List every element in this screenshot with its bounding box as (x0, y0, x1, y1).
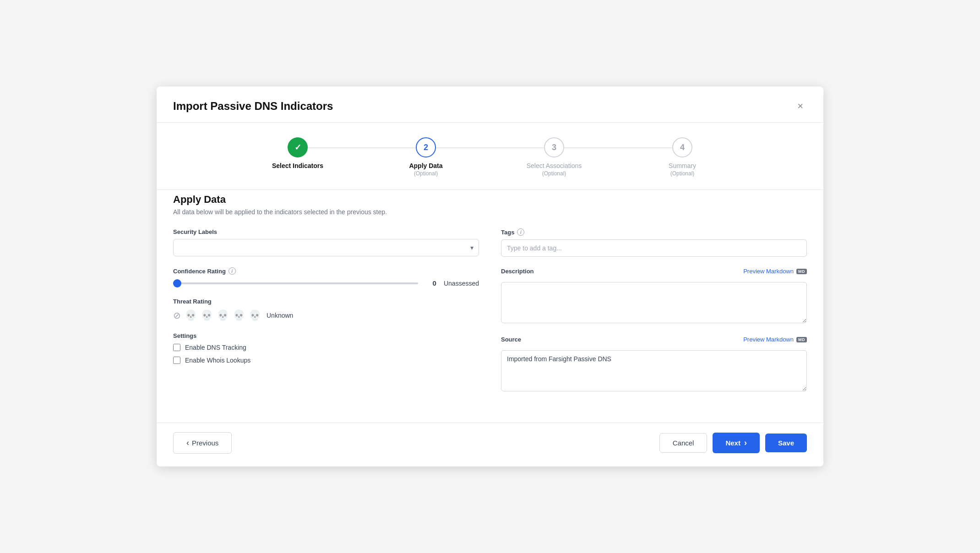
tags-label: Tags i (501, 228, 807, 236)
modal-footer: Previous Cancel Next Save (157, 423, 823, 466)
source-markdown-badge: MD (796, 337, 807, 342)
description-label: Description (501, 268, 534, 275)
step-sublabel-2: (Optional) (414, 170, 438, 177)
tags-info-icon[interactable]: i (517, 228, 524, 236)
step-label-1: Select Indicators (272, 162, 323, 169)
confidence-rating-label: Confidence Rating i (173, 267, 479, 275)
step-label-2: Apply Data (409, 162, 442, 169)
stepper: ✓ Select Indicators 2 Apply Data (Option… (157, 123, 823, 190)
left-column: Security Labels TLP:WHITE TLP:GREEN TLP:… (173, 228, 479, 404)
footer-right-actions: Cancel Next Save (659, 433, 807, 453)
whois-lookups-label: Enable Whois Lookups (185, 357, 250, 364)
previous-button[interactable]: Previous (173, 432, 232, 454)
modal-header: Import Passive DNS Indicators × (157, 87, 823, 122)
step-circle-3: 3 (544, 137, 564, 157)
form-grid: Security Labels TLP:WHITE TLP:GREEN TLP:… (173, 228, 807, 404)
tags-input[interactable] (501, 239, 807, 257)
skull-icon-1[interactable]: 💀 (185, 309, 197, 321)
threat-display-label: Unknown (267, 312, 293, 319)
section-title: Apply Data (173, 194, 807, 206)
step-summary: 4 Summary (Optional) (618, 137, 746, 177)
source-header: Source Preview Markdown MD (501, 336, 807, 343)
confidence-rating-field: Confidence Rating i 0 Unassessed (173, 267, 479, 287)
content-area: Apply Data All data below will be applie… (157, 190, 823, 423)
source-field: Source Preview Markdown MD Imported from… (501, 336, 807, 393)
skull-icon-5[interactable]: 💀 (249, 309, 261, 321)
step-label-4: Summary (669, 162, 696, 169)
confidence-display-label: Unassessed (444, 280, 479, 287)
step-circle-4: 4 (672, 137, 692, 157)
confidence-info-icon[interactable]: i (229, 267, 236, 275)
chevron-right-icon (744, 438, 747, 448)
description-textarea[interactable] (501, 282, 807, 323)
modal-title: Import Passive DNS Indicators (173, 100, 333, 113)
settings-field: Settings Enable DNS Tracking Enable Whoi… (173, 332, 479, 369)
threat-rating-field: Threat Rating ⊘ 💀 💀 💀 💀 💀 Unknown (173, 298, 479, 321)
cancel-button[interactable]: Cancel (659, 433, 708, 453)
confidence-slider[interactable] (173, 282, 418, 284)
step-select-associations: 3 Select Associations (Optional) (490, 137, 618, 177)
source-preview-markdown-button[interactable]: Preview Markdown MD (743, 336, 807, 343)
section-description: All data below will be applied to the in… (173, 208, 807, 216)
next-button[interactable]: Next (713, 433, 760, 453)
step-sublabel-3: (Optional) (542, 170, 566, 177)
description-preview-markdown-button[interactable]: Preview Markdown MD (743, 268, 807, 275)
source-textarea[interactable]: Imported from Farsight Passive DNS (501, 350, 807, 391)
step-circle-2: 2 (416, 137, 436, 157)
description-header: Description Preview Markdown MD (501, 268, 807, 275)
skull-icon-3[interactable]: 💀 (217, 309, 229, 321)
confidence-value: 0 (425, 279, 436, 287)
modal-container: Import Passive DNS Indicators × ✓ Select… (157, 87, 823, 466)
dns-tracking-checkbox[interactable] (173, 344, 180, 351)
chevron-left-icon (186, 438, 189, 448)
security-labels-field: TLP:WHITE TLP:GREEN TLP:AMBER TLP:RED ▾ (173, 239, 479, 256)
skull-icon-4[interactable]: 💀 (233, 309, 245, 321)
slider-row: 0 Unassessed (173, 279, 479, 287)
threat-rating-label: Threat Rating (173, 298, 479, 305)
tags-field: Tags i (501, 228, 807, 257)
save-button[interactable]: Save (765, 434, 807, 452)
right-column: Tags i Description Preview Markdown MD (501, 228, 807, 404)
whois-lookups-checkbox[interactable] (173, 357, 180, 364)
step-label-3: Select Associations (527, 162, 582, 169)
step-select-indicators: ✓ Select Indicators (234, 137, 362, 169)
skull-icon-2[interactable]: 💀 (201, 309, 213, 321)
security-labels-select[interactable]: TLP:WHITE TLP:GREEN TLP:AMBER TLP:RED (173, 239, 479, 256)
description-field: Description Preview Markdown MD (501, 268, 807, 325)
dns-tracking-row: Enable DNS Tracking (173, 344, 479, 351)
whois-lookups-row: Enable Whois Lookups (173, 357, 479, 364)
step-apply-data: 2 Apply Data (Optional) (362, 137, 490, 177)
settings-label: Settings (173, 332, 479, 339)
markdown-badge: MD (796, 269, 807, 274)
step-sublabel-4: (Optional) (670, 170, 695, 177)
security-labels-label: Security Labels (173, 228, 479, 235)
source-label: Source (501, 336, 521, 343)
threat-skulls-row: ⊘ 💀 💀 💀 💀 💀 Unknown (173, 309, 479, 321)
step-circle-1: ✓ (288, 137, 308, 157)
dns-tracking-label: Enable DNS Tracking (185, 344, 246, 351)
no-entry-icon[interactable]: ⊘ (173, 310, 181, 321)
close-button[interactable]: × (794, 99, 807, 113)
